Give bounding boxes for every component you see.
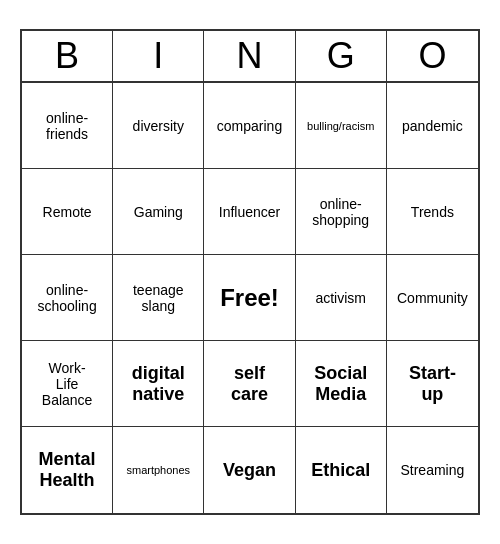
cell-text: Vegan [223,460,276,481]
cell-text: digital native [132,363,185,405]
bingo-cell: Remote [22,169,113,255]
cell-text: teenage slang [133,282,184,314]
cell-text: activism [315,290,366,306]
cell-text: bulling/racism [307,120,374,132]
bingo-grid: online- friendsdiversitycomparingbulling… [22,83,478,513]
cell-text: Mental Health [39,449,96,491]
cell-text: diversity [133,118,184,134]
cell-text: Trends [411,204,454,220]
cell-text: smartphones [126,464,190,476]
cell-text: Streaming [400,462,464,478]
cell-text: self care [231,363,268,405]
cell-text: Work- Life Balance [42,360,93,408]
bingo-cell: Gaming [113,169,204,255]
cell-text: Start- up [409,363,456,405]
cell-text: online- schooling [38,282,97,314]
cell-text: Influencer [219,204,280,220]
bingo-cell: comparing [204,83,295,169]
bingo-cell: Ethical [296,427,387,513]
bingo-cell: Start- up [387,341,478,427]
bingo-cell: pandemic [387,83,478,169]
bingo-cell: Social Media [296,341,387,427]
cell-text: pandemic [402,118,463,134]
bingo-cell: Trends [387,169,478,255]
bingo-cell: online- shopping [296,169,387,255]
header-letter: B [22,31,113,81]
cell-text: online- shopping [312,196,369,228]
bingo-header: BINGO [22,31,478,83]
header-letter: N [204,31,295,81]
header-letter: O [387,31,478,81]
bingo-cell: online- friends [22,83,113,169]
bingo-cell: Free! [204,255,295,341]
bingo-cell: online- schooling [22,255,113,341]
header-letter: I [113,31,204,81]
cell-text: Community [397,290,468,306]
header-letter: G [296,31,387,81]
cell-text: Gaming [134,204,183,220]
cell-text: Social Media [314,363,367,405]
bingo-card: BINGO online- friendsdiversitycomparingb… [20,29,480,515]
cell-text: Ethical [311,460,370,481]
bingo-cell: Vegan [204,427,295,513]
cell-text: Remote [43,204,92,220]
bingo-cell: Streaming [387,427,478,513]
bingo-cell: digital native [113,341,204,427]
bingo-cell: Mental Health [22,427,113,513]
bingo-cell: Work- Life Balance [22,341,113,427]
bingo-cell: diversity [113,83,204,169]
bingo-cell: teenage slang [113,255,204,341]
bingo-cell: bulling/racism [296,83,387,169]
cell-text: Free! [220,284,279,312]
bingo-cell: smartphones [113,427,204,513]
cell-text: comparing [217,118,282,134]
cell-text: online- friends [46,110,88,142]
bingo-cell: activism [296,255,387,341]
bingo-cell: Community [387,255,478,341]
bingo-cell: Influencer [204,169,295,255]
bingo-cell: self care [204,341,295,427]
